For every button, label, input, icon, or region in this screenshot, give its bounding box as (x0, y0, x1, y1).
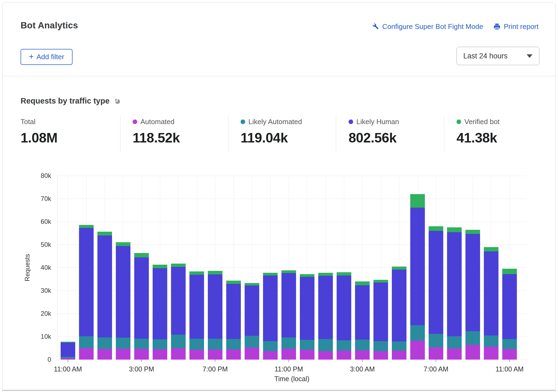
x-tick-label: 7:00 AM (406, 365, 466, 373)
chevron-down-icon (527, 54, 533, 58)
x-tick-label: 3:00 PM (112, 365, 171, 373)
stat-verified-bot[interactable]: Verified bot 41.38k (457, 117, 500, 146)
y-tick-label: 80k (13, 172, 51, 180)
stat-divider (120, 116, 120, 152)
bar-segment-likely-automated (116, 338, 130, 349)
x-tick-mark (215, 360, 215, 362)
bar-segment-likely-human (171, 267, 186, 335)
stat-automated-label: Automated (140, 118, 175, 126)
stat-likely-human[interactable]: Likely Human 802.56k (349, 117, 399, 146)
x-tick-label: 7:00 PM (185, 365, 245, 373)
add-filter-label: Add filter (37, 53, 64, 61)
header-divider (2, 76, 555, 76)
print-report-link[interactable]: Print report (493, 22, 539, 31)
bar-segment-automated (410, 341, 425, 360)
bar-segment-likely-automated (465, 331, 480, 345)
bar-segment-verified-bot (373, 280, 388, 283)
bar-segment-verified-bot (429, 226, 443, 231)
header-links: Configure Super Bot Fight Mode Print rep… (372, 22, 539, 31)
bar-segment-likely-automated (337, 340, 351, 351)
pie-chart-icon (114, 98, 120, 105)
bar-segment-likely-human (502, 274, 517, 339)
bar-segment-verified-bot (208, 271, 222, 274)
stat-automated[interactable]: Automated 118.52k (133, 117, 180, 146)
bar-segment-likely-automated (153, 339, 167, 349)
x-tick-label: 11:00 AM (38, 365, 98, 373)
bar-segment-verified-bot (484, 247, 498, 251)
bar-segment-automated (116, 349, 130, 360)
x-tick-mark (288, 360, 289, 362)
y-tick-label: 30k (13, 287, 51, 294)
bar-segment-likely-human (208, 274, 222, 339)
stat-total-value: 1.08M (21, 130, 57, 146)
stat-total-label: Total (21, 118, 35, 126)
bar-segment-likely-human (355, 285, 370, 340)
add-filter-button[interactable]: + Add filter (21, 49, 73, 65)
bar-segment-verified-bot (300, 274, 314, 277)
bar-segment-likely-automated (300, 340, 314, 350)
y-tick-label: 0 (13, 356, 51, 363)
stat-automated-value: 118.52k (133, 130, 180, 146)
bar-segment-likely-automated (97, 337, 112, 349)
bar-segment-likely-human (79, 228, 94, 336)
configure-link-label: Configure Super Bot Fight Mode (382, 22, 483, 31)
stat-total: Total 1.08M (21, 117, 57, 146)
bar-segment-verified-bot (134, 253, 149, 257)
bar-segment-likely-human (116, 246, 130, 338)
bar-segment-verified-bot (61, 342, 75, 343)
likely-automated-dot-icon (241, 119, 245, 124)
chart-gridline-h (57, 176, 527, 176)
x-tick-mark (362, 360, 363, 362)
bar-segment-verified-bot (245, 283, 259, 285)
bar-segment-likely-human (97, 235, 112, 337)
bar-segment-likely-human (61, 343, 75, 357)
bar-segment-likely-automated (484, 335, 498, 347)
bar-segment-likely-human (263, 275, 278, 341)
bar-segment-automated (171, 348, 186, 360)
stat-verified-bot-value: 41.38k (457, 130, 500, 146)
stat-divider (336, 116, 336, 152)
bar-segment-likely-automated (61, 357, 75, 358)
y-tick-label: 50k (13, 241, 51, 248)
stat-verified-bot-label: Verified bot (464, 118, 500, 126)
bar-segment-verified-bot (318, 273, 333, 276)
bar-segment-automated (502, 349, 517, 360)
plus-icon: + (29, 52, 34, 61)
bar-segment-likely-automated (134, 339, 149, 349)
stat-divider (228, 116, 228, 152)
bar-segment-verified-bot (337, 272, 351, 275)
bar-segment-likely-human (226, 284, 241, 339)
x-tick-label: 11:00 AM (480, 365, 539, 373)
bar-segment-verified-bot (447, 227, 462, 232)
bar-segment-verified-bot (189, 271, 204, 274)
bar-segment-likely-automated (263, 341, 278, 351)
chart-gridline-v (68, 176, 68, 360)
bar-segment-likely-human (447, 232, 462, 336)
x-axis-title: Time (local) (57, 375, 527, 383)
bar-segment-verified-bot (116, 242, 130, 246)
bar-segment-likely-automated (189, 339, 204, 350)
bar-segment-likely-human (153, 268, 167, 340)
bar-segment-likely-automated (79, 336, 94, 348)
bar-segment-verified-bot (79, 225, 94, 228)
bar-segment-verified-bot (502, 269, 517, 274)
x-tick-mark (68, 360, 68, 362)
stat-likely-automated[interactable]: Likely Automated 119.04k (241, 117, 302, 146)
y-tick-label: 70k (13, 195, 51, 202)
chart-plot-area[interactable] (57, 176, 527, 360)
print-report-label: Print report (504, 22, 539, 31)
bar-segment-automated (447, 348, 462, 360)
likely-human-dot-icon (349, 119, 353, 124)
section-bottom-divider (2, 390, 555, 391)
bot-analytics-card: Bot Analytics Configure Super Bot Fight … (2, 2, 556, 392)
bar-segment-automated (153, 349, 167, 360)
bar-segment-likely-automated (355, 340, 370, 350)
bar-segment-likely-automated (410, 325, 425, 341)
time-range-value: Last 24 hours (463, 52, 508, 60)
bar-segment-likely-human (189, 275, 204, 339)
bar-segment-likely-human (392, 270, 406, 341)
time-range-select[interactable]: Last 24 hours (457, 47, 539, 65)
verified-bot-dot-icon (457, 119, 461, 124)
stat-likely-automated-label: Likely Automated (248, 118, 302, 126)
configure-super-bot-fight-mode-link[interactable]: Configure Super Bot Fight Mode (372, 22, 483, 31)
